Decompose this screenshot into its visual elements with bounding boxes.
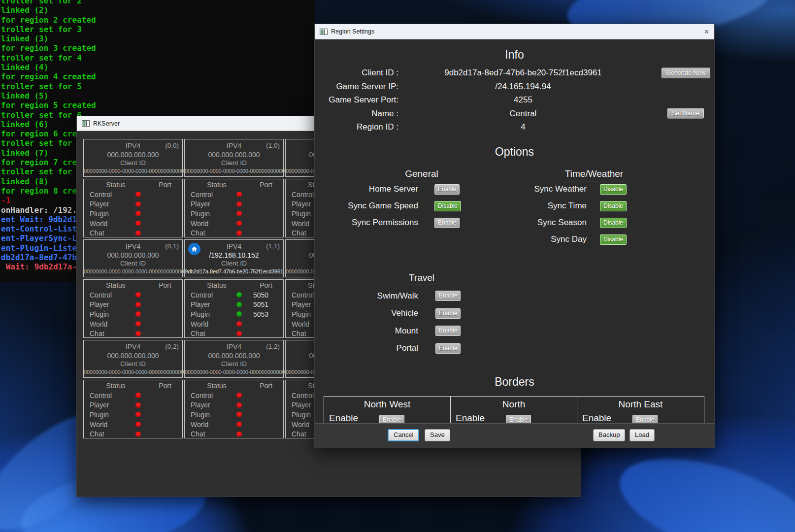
status-row: Player [84, 200, 182, 209]
option-toggle-button[interactable]: Enable [435, 291, 461, 301]
option-label: Mount [315, 326, 418, 336]
option-toggle-button[interactable]: Disable [434, 201, 461, 211]
status-row: Plugin [84, 410, 182, 420]
info-value: 9db2d17a-8ed7-47b6-be20-752f1ecd3961 [398, 66, 648, 80]
option-row: Sync Game Speed Disable [315, 198, 477, 214]
status-row: Chat [84, 228, 182, 238]
region-cell: IPV4 (0,0) 000.000.000.000 Client ID 000… [83, 139, 183, 237]
status-dot [135, 331, 141, 336]
region-cell-header: IPV4 (0,1) 000.000.000.000 Client ID 000… [83, 239, 183, 277]
cell-ip-address: 000.000.000.000 [185, 151, 283, 159]
border-direction-title: North East [577, 397, 704, 410]
info-label: Client ID : [315, 66, 398, 80]
info-row: Game Server Port: 4255 [315, 93, 714, 107]
option-toggle-button[interactable]: Disable [600, 201, 627, 211]
status-row-label: Plugin [90, 310, 128, 318]
info-label: Game Server Port: [315, 93, 398, 107]
option-label: Portal [315, 343, 418, 353]
status-row: Player 5051 [185, 300, 283, 310]
status-row-label: Chat [90, 330, 128, 337]
option-label: Swim/Walk [315, 291, 418, 301]
region-cell: IPV4 (1,1) /192.168.10.152 Client ID 9db… [184, 239, 284, 338]
status-dot [236, 221, 242, 226]
option-toggle-button[interactable]: Enable [434, 184, 460, 195]
status-row: Player [185, 400, 283, 410]
status-dot [135, 402, 141, 408]
terminal-line: troller set for 2 [0, 0, 315, 5]
region-cell-header: IPV4 (1,2) 000.000.000.000 Client ID 000… [184, 340, 284, 378]
status-row: Chat [185, 228, 283, 238]
status-dot [236, 302, 242, 307]
client-id-value: 00000000-0000-0000-0000-000000000000 [84, 369, 182, 375]
status-port-value: 5050 [249, 291, 283, 299]
option-toggle-button[interactable]: Enable [434, 218, 460, 228]
region-settings-titlebar[interactable]: Region Settings ✕ [315, 24, 714, 39]
status-row-label: Chat [90, 229, 128, 237]
option-row: Mount Enable [315, 322, 477, 340]
travel-section-heading: Travel [407, 272, 436, 285]
save-button[interactable]: Save [425, 429, 450, 441]
option-toggle-button[interactable]: Disable [600, 218, 627, 228]
status-row-label: World [90, 320, 128, 328]
close-icon[interactable]: ✕ [695, 28, 709, 35]
region-cell-status: Status Port Control Player [184, 380, 284, 438]
status-row-label: World [90, 421, 128, 429]
region-cell-header: IPV4 (1,1) /192.168.10.152 Client ID 9db… [184, 239, 284, 277]
region-cell-header: IPV4 (0,2) 000.000.000.000 Client ID 000… [83, 340, 183, 378]
info-action-button[interactable]: Set Name [667, 108, 704, 119]
status-row: World [185, 219, 283, 229]
client-id-label: Client ID [84, 260, 182, 267]
status-column-header: Status [84, 181, 148, 190]
cell-coordinate: (1,2) [266, 343, 280, 350]
info-rows: Client ID : 9db2d17a-8ed7-47b6-be20-752f… [315, 66, 714, 134]
status-row: World [84, 219, 182, 229]
status-row-label: Chat [191, 430, 229, 438]
status-row: Player [84, 400, 182, 410]
border-enable-button[interactable]: Enable [379, 415, 404, 423]
status-column-header: Status [185, 382, 249, 391]
option-toggle-button[interactable]: Enable [435, 308, 461, 319]
option-toggle-button[interactable]: Disable [600, 184, 627, 195]
status-dot [236, 201, 242, 207]
cell-coordinate: (1,0) [266, 142, 280, 149]
option-toggle-button[interactable]: Enable [435, 343, 461, 354]
status-row-label: Control [191, 392, 229, 399]
status-row: World [185, 319, 283, 329]
border-direction-title: North [451, 397, 577, 410]
status-row: Plugin [84, 209, 182, 219]
option-row: Sync Day Disable [482, 231, 645, 248]
region-cell-status: Status Port Control Player [83, 279, 183, 338]
option-toggle-button[interactable]: Disable [600, 234, 627, 245]
client-id-value: 00000000-0000-0000-0000-000000000000 [84, 268, 182, 274]
backup-button[interactable]: Backup [593, 429, 625, 441]
status-row: Chat [185, 329, 283, 338]
status-dot [236, 412, 242, 417]
region-settings-title: Region Settings [331, 28, 374, 35]
status-row: World [185, 420, 283, 430]
region-settings-window[interactable]: Region Settings ✕ Info Client ID : 9db2d… [314, 24, 715, 448]
status-rows: Control Player Plugin [84, 290, 182, 338]
info-action-button[interactable]: Generate New [662, 67, 710, 78]
option-row: Portal Enable [315, 340, 477, 358]
border-enable-button[interactable]: Enable [632, 415, 658, 423]
status-dot [135, 412, 141, 417]
port-column-header: Port [249, 181, 283, 190]
border-enable-button[interactable]: Enable [506, 415, 531, 423]
terminal-line: troller set for 4 [0, 53, 315, 63]
info-value: 4255 [398, 93, 648, 107]
border-enable-label: Enable [582, 413, 611, 423]
terminal-line: for region 4 created [0, 72, 315, 81]
status-dot [135, 432, 141, 437]
info-label: Name : [315, 107, 398, 121]
load-button[interactable]: Load [629, 429, 655, 441]
client-id-label: Client ID [185, 159, 283, 166]
status-rows: Control Player Plugin [84, 391, 182, 439]
status-row-label: Chat [90, 430, 128, 438]
port-column-header: Port [148, 382, 182, 391]
cancel-button[interactable]: Cancel [388, 429, 419, 441]
terminal-line: linked (4) [0, 63, 315, 72]
option-toggle-button[interactable]: Enable [435, 326, 461, 336]
region-cell-status: Status Port Control Player [83, 380, 183, 438]
status-row-label: Control [191, 291, 229, 299]
status-dot [236, 432, 242, 437]
